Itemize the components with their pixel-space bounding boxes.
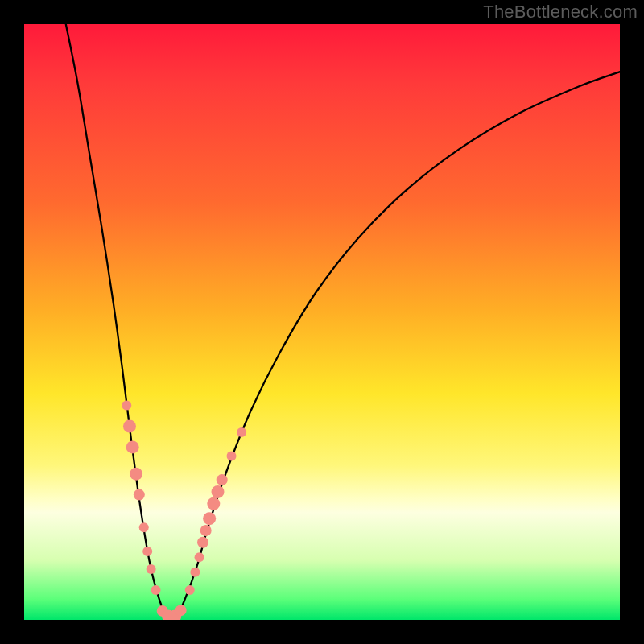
highlight-dot [185, 585, 195, 595]
highlight-dot [227, 452, 237, 461]
highlight-dot [197, 537, 208, 548]
highlight-dot [175, 605, 187, 616]
highlight-dot [195, 552, 204, 562]
bottleneck-curve [66, 24, 620, 619]
highlight-dot [130, 468, 142, 481]
highlight-dot [207, 497, 220, 510]
highlight-dot [142, 547, 152, 556]
highlight-dot [200, 525, 212, 536]
plot-area [24, 24, 620, 620]
highlight-dot [190, 568, 200, 577]
highlight-dot [203, 512, 216, 525]
highlight-dot [151, 585, 161, 595]
highlight-dot [126, 440, 139, 453]
highlight-dot [122, 401, 131, 411]
highlight-dot [139, 522, 149, 532]
highlight-dot [237, 427, 246, 437]
curve-layer [24, 24, 620, 620]
highlight-dot [123, 420, 136, 433]
highlight-dot [147, 564, 156, 574]
highlight-dot [212, 485, 225, 498]
chart-frame: TheBottleneck.com [0, 0, 644, 644]
highlight-dot [217, 474, 228, 485]
watermark-text: TheBottleneck.com [483, 2, 638, 23]
highlight-dot [134, 489, 145, 501]
